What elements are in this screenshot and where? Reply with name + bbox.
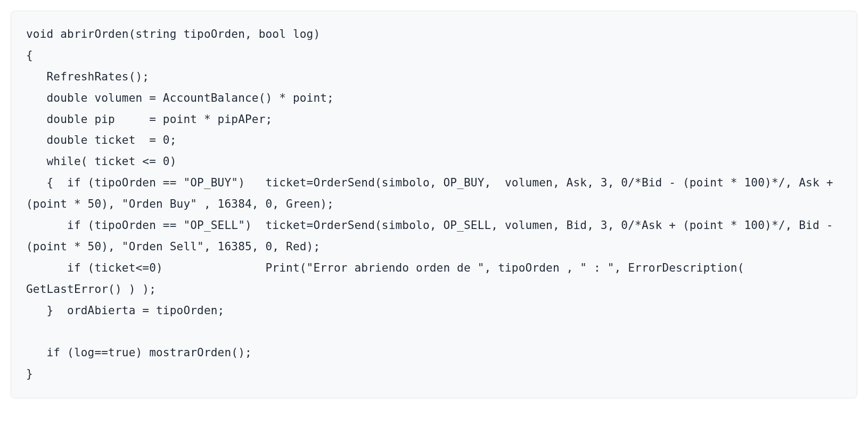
code-line: if (log==true) mostrarOrden(); (26, 346, 252, 359)
code-line: { (26, 49, 33, 62)
code-line: double volumen = AccountBalance() * poin… (26, 92, 334, 104)
code-line: RefreshRates(); (26, 70, 149, 83)
code-line: void abrirOrden(string tipoOrden, bool l… (26, 28, 320, 40)
code-line: double ticket = 0; (26, 134, 177, 146)
code-line: while( ticket <= 0) (26, 155, 177, 168)
code-line: if (tipoOrden == "OP_SELL") ticket=Order… (26, 219, 840, 253)
code-line: } (26, 367, 33, 380)
code-line: double pip = point * pipAPer; (26, 113, 272, 126)
code-block: void abrirOrden(string tipoOrden, bool l… (11, 11, 857, 398)
code-line: if (ticket<=0) Print("Error abriendo ord… (26, 261, 751, 296)
code-line: { if (tipoOrden == "OP_BUY") ticket=Orde… (26, 176, 840, 210)
code-line: } ordAbierta = tipoOrden; (26, 304, 224, 317)
